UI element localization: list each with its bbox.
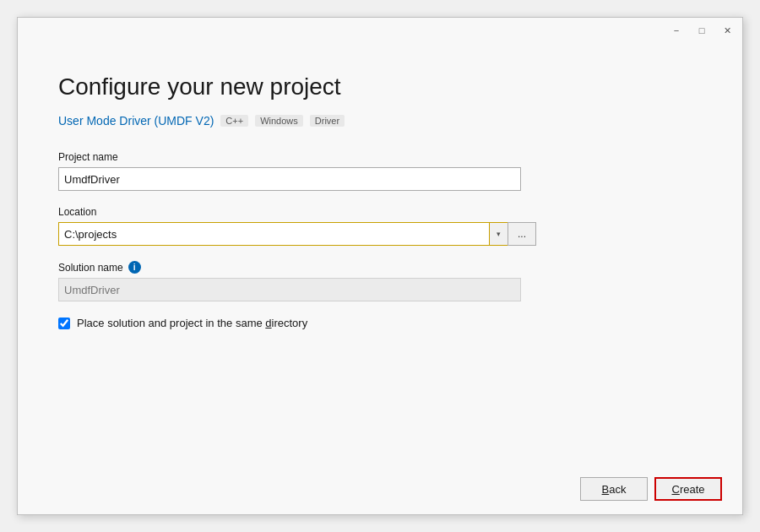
info-icon[interactable]: i: [128, 261, 141, 274]
location-browse-button[interactable]: ...: [508, 222, 536, 246]
back-button[interactable]: Back: [580, 477, 648, 501]
project-name-group: Project name: [58, 151, 702, 191]
close-button[interactable]: ✕: [715, 22, 739, 39]
subtitle-row: User Mode Driver (UMDF V2) C++ Windows D…: [58, 114, 702, 128]
same-directory-checkbox[interactable]: [58, 318, 70, 329]
same-directory-row: Place solution and project in the same d…: [58, 317, 702, 329]
main-window: − □ ✕ Configure your new project User Mo…: [17, 17, 743, 515]
tag-windows: Windows: [255, 115, 303, 127]
project-name-input[interactable]: [58, 167, 521, 191]
page-title: Configure your new project: [58, 73, 702, 100]
location-group: Location ▾ ...: [58, 206, 702, 246]
template-name: User Mode Driver (UMDF V2): [58, 114, 214, 128]
location-input[interactable]: [58, 222, 489, 246]
minimize-button[interactable]: −: [665, 22, 688, 39]
project-name-label: Project name: [58, 151, 702, 163]
tag-driver: Driver: [310, 115, 345, 127]
solution-name-label: Solution name: [58, 262, 123, 274]
footer: Back Create: [18, 467, 742, 514]
solution-name-group: Solution name i: [58, 261, 702, 301]
solution-name-label-row: Solution name i: [58, 261, 702, 274]
location-row: ▾ ...: [58, 222, 702, 246]
location-dropdown-button[interactable]: ▾: [489, 222, 508, 246]
tag-cpp: C++: [220, 115, 248, 127]
title-bar: − □ ✕: [18, 18, 742, 43]
location-label: Location: [58, 206, 702, 218]
form: Project name Location ▾ ... Solution nam…: [58, 151, 702, 447]
maximize-button[interactable]: □: [690, 22, 714, 39]
create-button[interactable]: Create: [654, 477, 722, 501]
solution-name-input[interactable]: [58, 278, 521, 301]
content-area: Configure your new project User Mode Dri…: [18, 43, 742, 467]
same-directory-label[interactable]: Place solution and project in the same d…: [77, 317, 307, 329]
